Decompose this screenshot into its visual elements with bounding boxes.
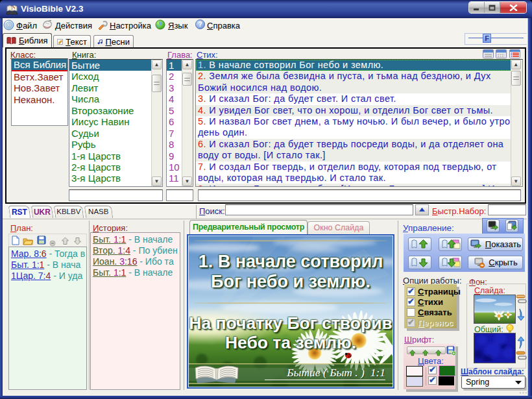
svg-text:?: ? (198, 21, 202, 28)
